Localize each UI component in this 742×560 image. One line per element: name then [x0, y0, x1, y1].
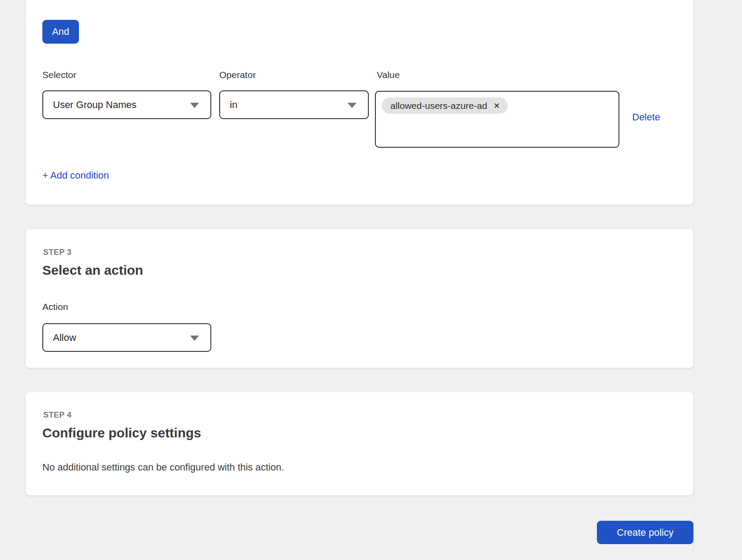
delete-condition-link[interactable]: Delete — [632, 112, 660, 123]
step4-step-label: STEP 4 — [43, 411, 71, 420]
step4-card: STEP 4 Configure policy settings No addi… — [25, 392, 693, 496]
step4-description: No additional settings can be configured… — [42, 462, 284, 473]
value-multiselect-input[interactable]: allowed-users-azure-ad ✕ — [375, 91, 619, 148]
and-connector-button[interactable]: And — [42, 20, 79, 44]
value-tag: allowed-users-azure-ad ✕ — [382, 97, 508, 114]
value-tag-text: allowed-users-azure-ad — [390, 101, 487, 111]
remove-tag-icon[interactable]: ✕ — [493, 102, 500, 110]
policy-builder-page: And Selector Operator Value User Group N… — [0, 0, 742, 560]
selector-dropdown[interactable]: User Group Names — [42, 90, 211, 119]
action-dropdown-value: Allow — [53, 332, 76, 343]
chevron-down-icon — [190, 103, 199, 108]
add-condition-link[interactable]: + Add condition — [42, 170, 109, 181]
step3-title: Select an action — [42, 263, 143, 278]
value-field-label: Value — [377, 70, 400, 80]
selector-field-label: Selector — [42, 70, 76, 80]
condition-card: And Selector Operator Value User Group N… — [25, 0, 693, 205]
operator-dropdown-value: in — [230, 99, 237, 110]
operator-field-label: Operator — [219, 70, 256, 80]
chevron-down-icon — [190, 336, 199, 341]
operator-dropdown[interactable]: in — [219, 90, 369, 119]
selector-dropdown-value: User Group Names — [53, 99, 137, 110]
chevron-down-icon — [348, 103, 356, 108]
step3-card: STEP 3 Select an action Action Allow — [25, 229, 693, 368]
create-policy-button[interactable]: Create policy — [597, 521, 693, 544]
step3-step-label: STEP 3 — [43, 248, 71, 257]
step4-title: Configure policy settings — [42, 426, 201, 441]
action-field-label: Action — [42, 302, 68, 312]
action-dropdown[interactable]: Allow — [42, 323, 211, 352]
content-right-edge — [693, 0, 694, 560]
